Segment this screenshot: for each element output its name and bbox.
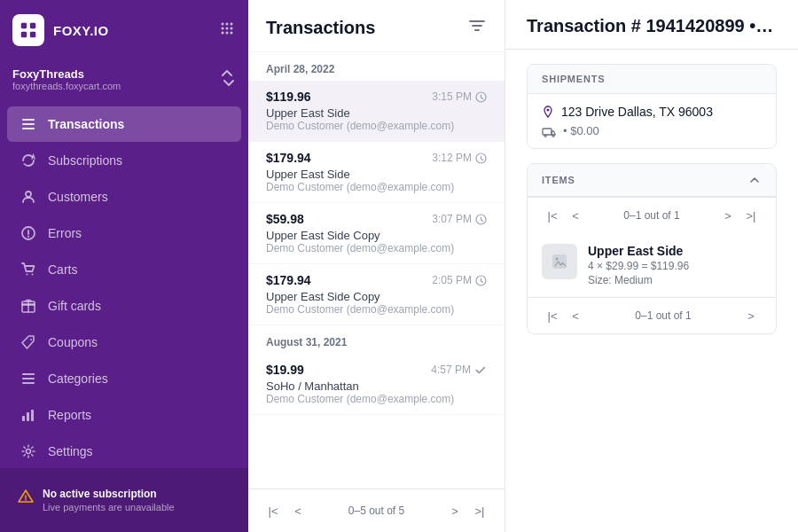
items-bottom-first-button[interactable]: |< <box>542 305 563 326</box>
shipment-address: 123 Drive Dallas, TX 96003 <box>542 105 762 119</box>
transaction-customer: Demo Customer (demo@example.com) <box>266 242 487 254</box>
categories-icon <box>20 370 37 387</box>
svg-point-16 <box>26 192 31 197</box>
pagination-next-button[interactable]: > <box>444 500 466 521</box>
svg-rect-27 <box>22 416 25 421</box>
nav-label-coupons: Coupons <box>48 335 98 349</box>
item-details: Upper East Side 4 × $29.99 = $119.96 Siz… <box>588 244 689 286</box>
sidebar-logo: FOXY.IO <box>12 14 109 46</box>
transaction-item[interactable]: $59.98 3:07 PM Upper East Side Copy Demo… <box>248 203 505 264</box>
refresh-icon <box>20 152 37 169</box>
items-bottom-prev-controls: |< < <box>542 305 586 326</box>
grid-apps-icon[interactable] <box>218 20 236 41</box>
svg-point-18 <box>27 274 28 276</box>
svg-rect-24 <box>22 378 35 379</box>
no-subscription-subtitle: Live payments are unavailable <box>43 502 175 512</box>
items-bottom-next-controls: > <box>740 305 762 326</box>
sidebar-item-carts[interactable]: Carts <box>7 252 241 287</box>
sidebar-item-customers[interactable]: Customers <box>7 179 241 215</box>
transaction-item[interactable]: $179.94 2:05 PM Upper East Side Copy Dem… <box>248 264 505 325</box>
items-next-button[interactable]: > <box>717 205 739 226</box>
warning-icon <box>18 489 34 508</box>
transaction-time: 3:12 PM <box>432 152 487 164</box>
truck-icon <box>542 125 556 137</box>
nav-label-subscriptions: Subscriptions <box>48 153 122 168</box>
item-calc: 4 × $29.99 = $119.96 <box>588 260 689 272</box>
items-prev-button[interactable]: < <box>565 205 586 226</box>
switch-account-icon[interactable] <box>220 70 236 90</box>
gift-icon <box>20 297 37 315</box>
transaction-store: Upper East Side <box>266 106 487 120</box>
pagination-info: 0–5 out of 5 <box>348 505 404 517</box>
shipments-label: SHIPMENTS <box>542 74 605 84</box>
items-bottom-next-button[interactable]: > <box>740 305 762 326</box>
items-prev-controls: |< < <box>542 205 586 226</box>
shipments-section: SHIPMENTS 123 Drive Dallas, TX 96003 • $… <box>527 64 777 149</box>
account-name: FoxyThreads <box>12 67 121 81</box>
svg-point-12 <box>231 32 233 35</box>
detail-panel: Transaction # 1941420899 • Apri SHIPMENT… <box>505 0 798 532</box>
svg-point-11 <box>226 32 229 35</box>
transactions-panel: Transactions April 28, 2022 $119.96 3:15… <box>248 0 505 532</box>
nav-label-reports: Reports <box>48 408 91 422</box>
nav-label-customers: Customers <box>48 190 108 204</box>
transaction-customer: Demo Customer (demo@example.com) <box>266 181 487 193</box>
svg-point-4 <box>222 23 224 26</box>
sidebar-item-settings[interactable]: Settings <box>7 434 241 468</box>
items-pagination-bottom: |< < 0–1 out of 1 > <box>528 297 776 333</box>
items-last-button[interactable]: >| <box>740 205 762 226</box>
transaction-amount: $59.98 <box>266 212 304 226</box>
date-group-april: April 28, 2022 <box>248 52 505 81</box>
sidebar-item-coupons[interactable]: Coupons <box>7 325 241 360</box>
nav-label-transactions: Transactions <box>48 117 124 131</box>
sidebar-item-reports[interactable]: Reports <box>7 397 241 433</box>
items-section-header: ITEMS <box>528 164 776 197</box>
sidebar-item-categories[interactable]: Categories <box>7 361 241 396</box>
svg-point-9 <box>231 27 233 30</box>
subscription-warning: No active subscription Live payments are… <box>7 479 241 521</box>
sidebar-item-gift-cards[interactable]: Gift cards <box>7 288 241 324</box>
transaction-customer: Demo Customer (demo@example.com) <box>266 120 487 132</box>
transaction-amount: $179.94 <box>266 151 311 165</box>
transactions-list: April 28, 2022 $119.96 3:15 PM Upper Eas… <box>248 52 505 489</box>
sidebar-item-subscriptions[interactable]: Subscriptions <box>7 143 241 178</box>
svg-rect-28 <box>27 412 29 421</box>
alert-circle-icon <box>20 224 37 242</box>
transaction-store: SoHo / Manhattan <box>266 379 487 393</box>
transaction-amount: $119.96 <box>266 90 311 104</box>
pagination-first-button[interactable]: |< <box>262 500 284 521</box>
cart-icon <box>20 261 37 278</box>
sidebar-header: FOXY.IO <box>0 0 248 60</box>
svg-point-7 <box>222 27 224 30</box>
transaction-time: 4:57 PM <box>431 364 487 376</box>
pagination-prev-controls: |< < <box>262 500 309 521</box>
svg-rect-2 <box>21 32 27 37</box>
transaction-time: 3:15 PM <box>432 90 487 103</box>
location-icon <box>542 106 554 118</box>
filter-icon[interactable] <box>467 16 487 39</box>
transaction-item[interactable]: $179.94 3:12 PM Upper East Side Demo Cus… <box>248 142 505 203</box>
tag-icon <box>20 333 37 351</box>
items-first-button[interactable]: |< <box>542 205 563 226</box>
shipment-cost: • $0.00 <box>542 124 762 137</box>
svg-rect-26 <box>24 373 26 375</box>
transactions-header: Transactions <box>248 0 505 52</box>
transaction-store: Upper East Side <box>266 168 487 181</box>
svg-point-19 <box>32 274 34 276</box>
sidebar-item-errors[interactable]: Errors <box>7 215 241 251</box>
items-label: ITEMS <box>542 175 575 185</box>
svg-rect-14 <box>22 123 35 125</box>
sidebar-nav: Transactions Subscriptions Customers <box>0 102 248 468</box>
pagination-last-button[interactable]: >| <box>469 500 490 521</box>
svg-point-8 <box>226 27 229 30</box>
item-name: Upper East Side <box>588 244 689 258</box>
transaction-item[interactable]: $119.96 3:15 PM Upper East Side Demo Cus… <box>248 81 505 142</box>
collapse-icon[interactable] <box>747 173 762 187</box>
transaction-item[interactable]: $19.99 4:57 PM SoHo / Manhattan Demo Cus… <box>248 354 505 415</box>
account-url: foxythreads.foxycart.com <box>12 81 121 91</box>
svg-rect-3 <box>30 32 35 37</box>
sidebar-item-transactions[interactable]: Transactions <box>7 106 241 142</box>
pagination-prev-button[interactable]: < <box>287 500 309 521</box>
detail-header: Transaction # 1941420899 • Apri <box>505 0 798 50</box>
items-bottom-prev-button[interactable]: < <box>565 305 586 326</box>
